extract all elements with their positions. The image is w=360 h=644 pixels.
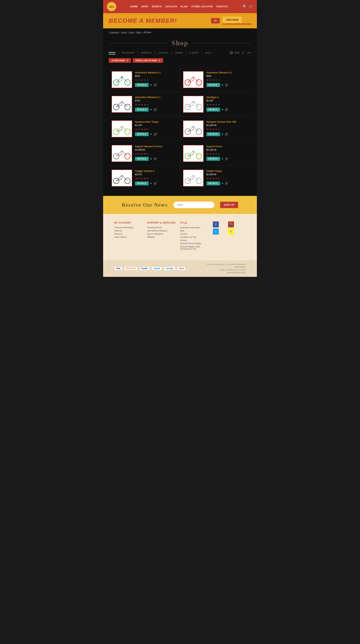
product-name[interactable]: Trigger Carbon 2 — [135, 170, 177, 172]
add-to-cart-button[interactable]: 🛒 — [225, 83, 229, 87]
footer-link-corporate[interactable]: Corporate Information — [180, 226, 209, 228]
product-name[interactable]: SuperX Force — [206, 145, 249, 148]
details-button[interactable]: DETAILS — [206, 132, 220, 136]
nav-catalog[interactable]: CATALOG — [165, 5, 177, 8]
add-to-cart-button[interactable]: 🛒 — [154, 182, 157, 185]
add-to-cart-button[interactable]: 🛒 — [225, 182, 229, 185]
breadcrumb-bikes[interactable]: Bikes — [136, 31, 141, 34]
shop-title-area: Shop — [103, 36, 257, 49]
signup-button[interactable]: SIGN UP — [220, 202, 238, 208]
tab-ebikes[interactable]: E-BIKES — [189, 51, 199, 54]
footer-link-shipping-return[interactable]: Shipping Return — [147, 226, 176, 228]
wishlist-button[interactable]: ♥ — [150, 132, 152, 136]
footer-my-account: MY ACCOUNT Personal Information Address … — [114, 222, 147, 251]
details-button[interactable]: DETAILS — [135, 157, 149, 161]
breadcrumb-home[interactable]: Home — [121, 31, 127, 34]
product-info: Hooligan 1 $1,030 ★★★★★ DETAILS ♥ 🛒 — [206, 96, 249, 112]
footer-link-supply-chain[interactable]: Orlando Supply Chain Transparency Act — [180, 246, 209, 250]
product-name[interactable]: CaddX Tiagra — [206, 170, 249, 172]
nav-contact[interactable]: CONTACT — [216, 5, 229, 8]
per-page-dropdown[interactable]: 10 PER PAGE ▼ — [109, 58, 131, 63]
add-to-cart-button[interactable]: 🛒 — [154, 83, 157, 87]
footer-link-secure-shopping[interactable]: Secure Shopping — [147, 233, 176, 235]
breadcrumb-shop[interactable]: Shop — [129, 31, 134, 34]
tab-womens[interactable]: WOMEN'S — [141, 51, 152, 54]
product-image — [112, 96, 132, 113]
add-to-cart-button[interactable]: 🛒 — [154, 132, 157, 136]
footer-link-blog[interactable]: Blog — [180, 230, 209, 232]
cart-icon[interactable]: 🛒 — [249, 4, 253, 9]
footer-link-orlando-privacy[interactable]: Orlando Privacy Rights — [180, 242, 209, 244]
tab-road[interactable]: ROAD — [109, 51, 116, 55]
add-to-cart-button[interactable]: 🛒 — [154, 157, 157, 160]
product-name[interactable]: Synapse Disc Tiagra — [135, 120, 177, 123]
details-button[interactable]: DETAILS — [206, 83, 220, 87]
wishlist-button[interactable]: ♥ — [150, 108, 152, 111]
nav-home[interactable]: HOME — [130, 5, 138, 8]
list-view-button[interactable]: LIST — [247, 52, 251, 54]
wishlist-button[interactable]: ♥ — [150, 182, 152, 185]
breadcrumb-cycleworld[interactable]: Cycleworld — [109, 31, 119, 34]
facebook-icon[interactable]: f — [213, 222, 219, 228]
product-name[interactable]: Adventure Women's 3 — [135, 71, 177, 74]
product-image — [183, 170, 204, 186]
wishlist-button[interactable]: ♥ — [222, 182, 223, 185]
search-icon[interactable]: 🔍 — [243, 4, 247, 9]
wishlist-button[interactable]: ♥ — [150, 157, 152, 160]
product-name[interactable]: SuperX Women's Force — [135, 145, 177, 148]
footer-link-international-shipping[interactable]: International Shipping — [147, 230, 176, 232]
product-name[interactable]: Adventure Women's 2 — [206, 71, 249, 74]
footer-link-order-history[interactable]: Order History — [114, 236, 144, 238]
product-name[interactable]: Synapse Carbon Disc 105 — [206, 120, 249, 123]
product-name[interactable]: Adventure Women's 1 — [135, 96, 177, 98]
product-price: $5,999.99 — [206, 173, 249, 176]
wishlist-button[interactable]: ♥ — [222, 157, 223, 160]
details-button[interactable]: DETAILS — [206, 182, 220, 185]
paypal-badge: PayPal — [140, 267, 150, 270]
add-to-cart-button[interactable]: 🛒 — [154, 108, 157, 111]
footer-link-affiliates[interactable]: Affiliates — [147, 236, 176, 238]
nav-blog[interactable]: BLOG — [181, 5, 188, 8]
details-button[interactable]: DETAILS — [206, 157, 220, 161]
details-button[interactable]: DETAILS — [135, 182, 149, 185]
add-to-cart-button[interactable]: 🛒 — [225, 108, 229, 111]
snapchat-icon[interactable]: 👻 — [228, 228, 234, 234]
verisign-badge: VeriSign — [164, 267, 175, 270]
add-to-cart-button[interactable]: 🛒 — [225, 132, 229, 136]
product-name[interactable]: Hooligan 1 — [206, 96, 249, 98]
bike-illustration — [184, 97, 203, 112]
footer-faq-title: F.A.Q. — [180, 222, 209, 224]
tab-kids[interactable]: KID'S — [205, 51, 211, 54]
membership-banner: BECOME A MEMBER! 🎫 JOIN NOW TO SAVE ON F… — [103, 13, 257, 28]
logo[interactable]: CYCLE WORLD — [107, 2, 116, 11]
join-now-button[interactable]: JOIN NOW — [222, 16, 242, 23]
twitter-icon[interactable]: t — [213, 228, 219, 234]
footer-link-privacy[interactable]: Privacy — [180, 239, 209, 241]
instagram-icon[interactable]: 📷 — [228, 222, 234, 228]
details-button[interactable]: DETAILS — [135, 83, 149, 87]
tab-mountain[interactable]: MOUNTAIN — [122, 51, 134, 54]
product-item: SuperX Force $5,199.99 ★★★★★ DETAILS ♥ 🛒 — [183, 145, 249, 162]
footer-link-address[interactable]: Address — [114, 230, 144, 232]
details-button[interactable]: DETAILS — [135, 108, 149, 112]
nav-shop[interactable]: SHOP — [141, 5, 148, 8]
footer-link-conditions[interactable]: Conditions of Use — [180, 236, 209, 238]
footer-link-personal-info[interactable]: Personal Information — [114, 226, 144, 228]
wishlist-button[interactable]: ♥ — [150, 84, 152, 87]
footer-link-discount[interactable]: Discount — [114, 233, 144, 235]
wishlist-button[interactable]: ♥ — [222, 108, 223, 111]
details-button[interactable]: DETAILS — [206, 108, 220, 112]
newsletter-email-input[interactable] — [173, 202, 214, 208]
sort-dropdown[interactable]: PRICE: LOW TO HIGH ▼ — [133, 58, 163, 63]
nav-events[interactable]: EVENTS — [152, 5, 162, 8]
tab-urban[interactable]: URBAN — [175, 51, 183, 54]
grid-view-button[interactable]: GRID — [234, 52, 239, 54]
wishlist-button[interactable]: ♥ — [222, 132, 223, 136]
footer-link-careers[interactable]: Careers — [180, 233, 209, 235]
product-price: $2,499.99 — [206, 124, 249, 126]
tab-fitness[interactable]: FITNESS — [159, 51, 168, 54]
nav-store-locator[interactable]: STORE LOCATOR — [191, 5, 213, 8]
add-to-cart-button[interactable]: 🛒 — [225, 157, 229, 160]
details-button[interactable]: DETAILS — [135, 132, 149, 136]
wishlist-button[interactable]: ♥ — [222, 84, 223, 87]
